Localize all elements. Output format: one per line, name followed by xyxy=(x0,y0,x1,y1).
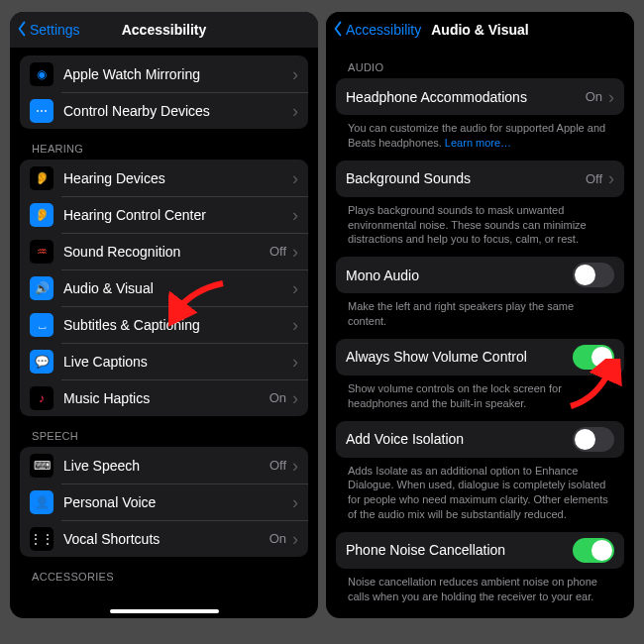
nav-title: Audio & Visual xyxy=(431,22,529,38)
chevron-right-icon: › xyxy=(292,389,298,407)
row-label: Live Captions xyxy=(63,354,290,370)
row-always-show-volume: Always Show Volume Control xyxy=(336,339,624,376)
row-label: Headphone Accommodations xyxy=(346,89,586,105)
chevron-left-icon xyxy=(332,21,344,40)
row-audio-visual[interactable]: 🔊Audio & Visual› xyxy=(20,269,308,306)
row-mono-audio: Mono Audio xyxy=(336,257,624,293)
home-indicator[interactable] xyxy=(110,609,219,613)
footer-background: Plays background sounds to mask unwanted… xyxy=(336,197,624,250)
row-background-sounds[interactable]: Background Sounds Off › xyxy=(336,161,624,197)
row-label: Personal Voice xyxy=(63,494,290,510)
section-header-accessories: ACCESSORIES xyxy=(20,557,308,588)
subtitles-icon: ⎵ xyxy=(30,313,54,337)
back-label: Settings xyxy=(30,22,80,38)
row-label: Subtitles & Captioning xyxy=(63,317,290,333)
row-headphone-accommodations[interactable]: Headphone Accommodations On › xyxy=(336,78,624,115)
chevron-right-icon: › xyxy=(292,65,298,83)
row-value: On xyxy=(586,89,602,104)
right-scroll[interactable]: AUDIO Headphone Accommodations On › You … xyxy=(326,48,634,618)
row-hearing-control[interactable]: 👂Hearing Control Center› xyxy=(20,196,308,233)
left-scroll[interactable]: ◉Apple Watch Mirroring›⋯Control Nearby D… xyxy=(10,48,318,618)
audio-visual-icon: 🔊 xyxy=(30,276,54,300)
chevron-right-icon: › xyxy=(292,316,298,334)
group-hearing: 👂Hearing Devices›👂Hearing Control Center… xyxy=(20,160,308,416)
row-live-speech[interactable]: ⌨︎Live SpeechOff› xyxy=(20,447,308,483)
chevron-right-icon: › xyxy=(608,88,614,106)
chevron-right-icon: › xyxy=(292,169,298,187)
back-button[interactable]: Accessibility xyxy=(332,21,421,40)
footer-volume: Show volume controls on the lock screen … xyxy=(336,376,624,413)
toggle-always-show-volume[interactable] xyxy=(573,345,614,370)
row-value: On xyxy=(269,531,286,546)
toggle-add-voice-isolation[interactable] xyxy=(573,427,614,452)
row-sound-recognition[interactable]: ♒︎Sound RecognitionOff› xyxy=(20,233,308,269)
row-apple-watch-mirroring[interactable]: ◉Apple Watch Mirroring› xyxy=(20,55,308,92)
left-screenshot: Settings Accessibility ◉Apple Watch Mirr… xyxy=(10,12,318,618)
row-music-haptics[interactable]: ♪Music HapticsOn› xyxy=(20,379,308,416)
row-label: Live Speech xyxy=(63,458,269,474)
footer-headphone: You can customize the audio for supporte… xyxy=(336,115,624,153)
row-label: Sound Recognition xyxy=(63,244,269,260)
hearing-devices-icon: 👂 xyxy=(30,166,54,190)
sound-recognition-icon: ♒︎ xyxy=(30,240,54,264)
live-captions-icon: 💬 xyxy=(30,350,54,374)
toggle-mono-audio[interactable] xyxy=(573,263,614,287)
nav-title: Accessibility xyxy=(122,22,207,38)
chevron-right-icon: › xyxy=(292,279,298,297)
chevron-right-icon: › xyxy=(292,102,298,120)
chevron-right-icon: › xyxy=(292,353,298,371)
right-screenshot: Accessibility Audio & Visual AUDIO Headp… xyxy=(326,12,634,618)
row-phone-noise-cancellation: Phone Noise Cancellation xyxy=(336,532,624,569)
chevron-right-icon: › xyxy=(292,457,298,475)
row-label: Mono Audio xyxy=(346,268,573,283)
row-subtitles[interactable]: ⎵Subtitles & Captioning› xyxy=(20,306,308,343)
toggle-phone-noise-cancellation[interactable] xyxy=(573,538,614,563)
apple-watch-mirroring-icon: ◉ xyxy=(30,62,54,86)
group-top: ◉Apple Watch Mirroring›⋯Control Nearby D… xyxy=(20,55,308,129)
row-label: Hearing Devices xyxy=(63,170,290,186)
group-speech: ⌨︎Live SpeechOff›👤Personal Voice›⋮⋮Vocal… xyxy=(20,447,308,557)
row-personal-voice[interactable]: 👤Personal Voice› xyxy=(20,483,308,520)
row-value: Off xyxy=(586,171,602,186)
row-add-voice-isolation: Add Voice Isolation xyxy=(336,421,624,458)
vocal-shortcuts-icon: ⋮⋮ xyxy=(30,527,54,551)
back-button[interactable]: Settings xyxy=(16,21,80,40)
control-nearby-icon: ⋯ xyxy=(30,99,54,123)
row-label: Vocal Shortcuts xyxy=(63,531,269,547)
footer-voice-isolation: Adds Isolate as an additional option to … xyxy=(336,458,624,524)
section-header-hearing: HEARING xyxy=(20,129,308,160)
row-label: Background Sounds xyxy=(346,170,586,186)
row-label: Apple Watch Mirroring xyxy=(63,66,290,82)
nav-bar: Accessibility Audio & Visual xyxy=(326,12,634,48)
row-vocal-shortcuts[interactable]: ⋮⋮Vocal ShortcutsOn› xyxy=(20,520,308,557)
section-header-audio: AUDIO xyxy=(336,48,624,78)
footer-mono: Make the left and right speakers play th… xyxy=(336,293,624,331)
personal-voice-icon: 👤 xyxy=(30,490,54,514)
footer-noise: Noise cancellation reduces ambient noise… xyxy=(336,569,624,606)
row-label: Always Show Volume Control xyxy=(346,349,573,365)
row-value: On xyxy=(269,390,286,405)
live-speech-icon: ⌨︎ xyxy=(30,454,54,478)
row-label: Audio & Visual xyxy=(63,280,290,296)
row-label: Phone Noise Cancellation xyxy=(346,542,573,558)
row-label: Add Voice Isolation xyxy=(346,431,573,447)
chevron-right-icon: › xyxy=(292,243,298,261)
row-control-nearby[interactable]: ⋯Control Nearby Devices› xyxy=(20,92,308,129)
row-label: Hearing Control Center xyxy=(63,207,290,223)
row-label: Music Haptics xyxy=(63,390,269,406)
music-haptics-icon: ♪ xyxy=(30,386,54,410)
row-label: Control Nearby Devices xyxy=(63,103,290,119)
row-value: Off xyxy=(269,244,286,259)
back-label: Accessibility xyxy=(346,22,421,38)
row-live-captions[interactable]: 💬Live Captions› xyxy=(20,343,308,379)
chevron-right-icon: › xyxy=(292,206,298,224)
hearing-control-icon: 👂 xyxy=(30,203,54,227)
chevron-right-icon: › xyxy=(608,169,614,187)
learn-more-link[interactable]: Learn more… xyxy=(445,137,511,149)
row-value: Off xyxy=(269,458,286,473)
chevron-right-icon: › xyxy=(292,493,298,511)
row-hearing-devices[interactable]: 👂Hearing Devices› xyxy=(20,160,308,196)
section-header-speech: SPEECH xyxy=(20,416,308,447)
chevron-left-icon xyxy=(16,21,28,40)
nav-bar: Settings Accessibility xyxy=(10,12,318,48)
